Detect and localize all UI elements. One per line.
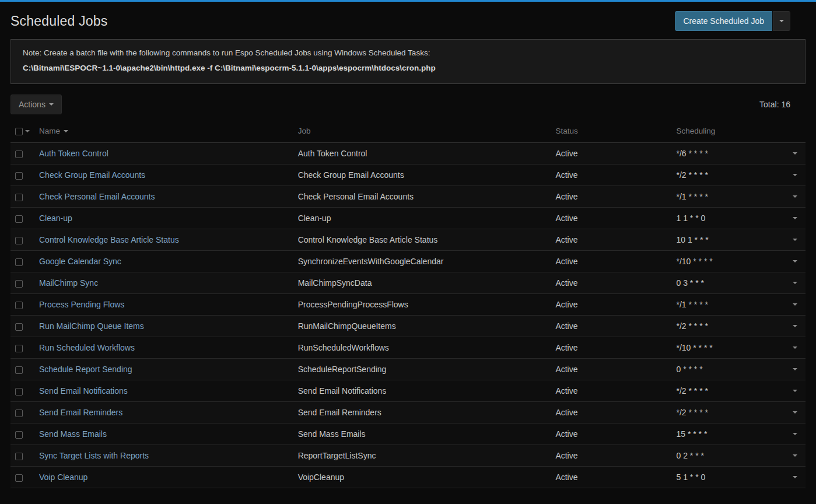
row-checkbox-cell [10,272,34,294]
row-menu-caret-icon[interactable] [793,282,797,284]
row-menu-caret-icon[interactable] [793,433,797,435]
row-checkbox[interactable] [15,172,23,180]
row-checkbox[interactable] [15,150,23,158]
row-actions-cell [786,186,806,208]
row-menu-caret-icon[interactable] [793,476,797,478]
job-name-link[interactable]: Send Mass Emails [39,429,107,439]
table-header-row: Name Job Status Scheduling [10,121,806,143]
job-class-cell: VoipCleanup [293,467,551,488]
row-checkbox[interactable] [15,258,23,266]
row-actions-cell [786,294,806,316]
row-actions-cell [786,380,806,402]
row-menu-caret-icon[interactable] [793,325,797,327]
create-dropdown-button[interactable] [773,11,790,31]
row-checkbox[interactable] [15,345,23,352]
row-checkbox-cell [10,359,34,380]
row-checkbox[interactable] [15,366,23,374]
row-menu-caret-icon[interactable] [793,454,797,457]
table-row: Clean-upClean-upActive1 1 * * 0 [10,208,806,229]
row-checkbox[interactable] [15,474,23,482]
scheduled-jobs-table: Name Job Status Scheduling Auth Token Co… [10,121,806,488]
job-name-link[interactable]: MailChimp Sync [39,278,98,288]
table-row: Auth Token ControlAuth Token ControlActi… [10,143,806,164]
job-class-cell: Auth Token Control [293,143,551,164]
table-body: Auth Token ControlAuth Token ControlActi… [10,143,806,488]
row-checkbox[interactable] [15,280,23,288]
job-name-link[interactable]: Schedule Report Sending [39,365,132,374]
job-name-link[interactable]: Check Personal Email Accounts [39,192,155,201]
column-header-scheduling: Scheduling [671,121,786,143]
select-dropdown-caret-icon[interactable] [25,130,30,132]
job-scheduling-cell: */2 * * * * [671,164,786,186]
job-name-link[interactable]: Run Scheduled Workflows [39,343,135,352]
row-checkbox-cell [10,337,34,359]
job-name-link[interactable]: Check Group Email Accounts [39,170,145,180]
row-checkbox-cell [10,143,34,164]
row-menu-caret-icon[interactable] [793,195,797,198]
job-name-cell: Run Scheduled Workflows [34,337,293,359]
job-scheduling-cell: 0 2 * * * [671,445,786,467]
row-menu-caret-icon[interactable] [793,174,797,176]
job-name-cell: Check Group Email Accounts [34,164,293,186]
job-name-link[interactable]: Auth Token Control [39,149,108,158]
page-title: Scheduled Jobs [10,13,107,29]
row-menu-caret-icon[interactable] [793,411,797,414]
row-checkbox-cell [10,208,34,229]
table-row: Send Email RemindersSend Email Reminders… [10,402,806,424]
actions-button[interactable]: Actions [10,94,62,114]
job-class-cell: Send Email Notifications [293,380,551,402]
row-menu-caret-icon[interactable] [793,303,797,306]
row-checkbox[interactable] [15,302,23,309]
job-name-link[interactable]: Run MailChimp Queue Items [39,321,144,331]
row-menu-caret-icon[interactable] [793,390,797,392]
job-name-link[interactable]: Clean-up [39,214,72,223]
row-menu-caret-icon[interactable] [793,217,797,219]
job-name-link[interactable]: Voip Cleanup [39,473,87,482]
sort-caret-icon [64,130,68,132]
job-status-cell: Active [551,143,671,164]
table-row: Send Mass EmailsSend Mass EmailsActive15… [10,424,806,445]
job-name-link[interactable]: Sync Target Lists with Reports [39,451,149,460]
job-scheduling-cell: 0 * * * * [671,359,786,380]
job-class-cell: Send Email Reminders [293,402,551,424]
row-menu-caret-icon[interactable] [793,152,797,155]
column-header-name[interactable]: Name [34,121,293,143]
row-menu-caret-icon[interactable] [793,260,797,262]
row-checkbox[interactable] [15,431,23,439]
row-checkbox[interactable] [15,323,23,331]
row-checkbox[interactable] [15,237,23,244]
job-class-cell: MailChimpSyncData [293,272,551,294]
row-menu-caret-icon[interactable] [793,239,797,241]
column-header-status: Status [551,121,671,143]
job-status-cell: Active [551,359,671,380]
row-menu-caret-icon[interactable] [793,368,797,370]
row-checkbox[interactable] [15,410,23,417]
job-name-link[interactable]: Control Knowledge Base Article Status [39,235,179,244]
job-scheduling-cell: 15 * * * * [671,424,786,445]
job-name-link[interactable]: Google Calendar Sync [39,257,121,266]
caret-down-icon [49,103,54,106]
row-checkbox[interactable] [15,388,23,396]
job-name-cell: Voip Cleanup [34,467,293,488]
job-name-link[interactable]: Send Email Reminders [39,408,122,417]
job-name-link[interactable]: Process Pending Flows [39,300,124,309]
row-checkbox-cell [10,445,34,467]
row-actions-cell [786,251,806,272]
row-checkbox[interactable] [15,215,23,223]
job-status-cell: Active [551,294,671,316]
row-actions-cell [786,208,806,229]
select-all-checkbox[interactable] [15,128,23,135]
job-scheduling-cell: */6 * * * * [671,143,786,164]
create-scheduled-job-button[interactable]: Create Scheduled Job [675,11,772,31]
job-name-link[interactable]: Send Email Notifications [39,386,128,396]
row-checkbox[interactable] [15,194,23,201]
column-header-job: Job [293,121,551,143]
row-checkbox[interactable] [15,453,23,460]
row-menu-caret-icon[interactable] [793,346,797,349]
job-name-cell: Sync Target Lists with Reports [34,445,293,467]
row-actions-cell [786,424,806,445]
select-all-header-cell [10,121,34,143]
job-status-cell: Active [551,208,671,229]
scheduled-jobs-page: Scheduled Jobs Create Scheduled Job Note… [0,11,816,488]
job-status-cell: Active [551,337,671,359]
